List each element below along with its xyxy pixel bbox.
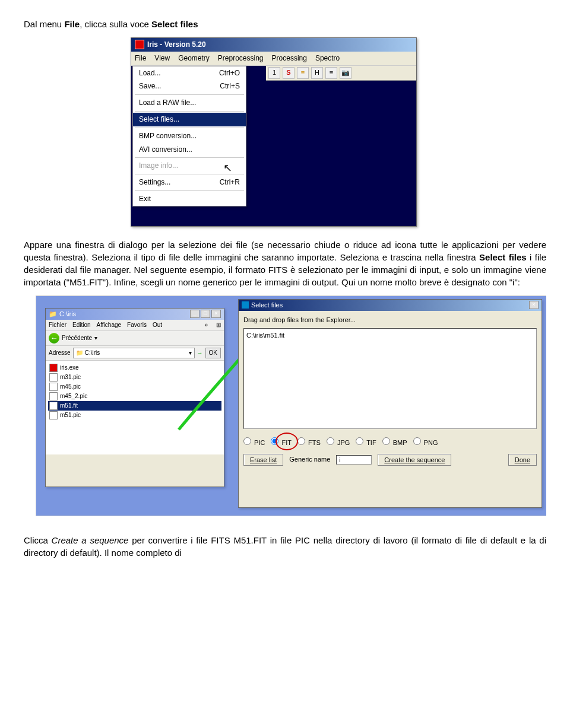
file-dropdown[interactable]: Load...Ctrl+O Save...Ctrl+S Load a RAW f… <box>132 66 246 206</box>
radio-jpg[interactable]: JPG <box>327 437 350 447</box>
toolbar-btn-s[interactable]: S <box>283 67 294 79</box>
addr-value: C:\iris <box>85 349 100 357</box>
minimize-icon[interactable]: _ <box>190 310 200 318</box>
window-icon <box>242 301 249 309</box>
drag-hint: Drag and drop files from the Explorer... <box>243 316 537 325</box>
file-item-selected[interactable]: m51.fit <box>48 401 221 411</box>
dropped-file: C:\iris\m51.fit <box>246 332 284 339</box>
explorer-menubar[interactable]: Fichier Edition Affichage Favoris Out » … <box>46 320 224 331</box>
menu-view[interactable]: View <box>154 53 170 63</box>
em-affichage[interactable]: Affichage <box>97 321 122 329</box>
button-row: Erase list Generic name Create the seque… <box>243 454 537 466</box>
dd-bmp-conversion[interactable]: BMP conversion... <box>133 129 246 143</box>
em-favoris[interactable]: Favoris <box>127 321 147 329</box>
toolbar-btn-h[interactable]: H <box>311 67 323 79</box>
erase-list-button[interactable]: Erase list <box>243 454 283 466</box>
done-button[interactable]: Done <box>508 454 537 466</box>
windows-logo-icon: ⊞ <box>216 321 221 329</box>
menu-processing[interactable]: Processing <box>272 53 307 63</box>
dd-load-raw[interactable]: Load a RAW file... <box>133 96 246 110</box>
iris-menubar[interactable]: File View Geometry Preprocessing Process… <box>131 52 416 66</box>
radio-bmp[interactable]: BMP <box>382 437 407 447</box>
em-fichier[interactable]: Fichier <box>49 321 66 329</box>
generic-name-label: Generic name <box>289 455 330 464</box>
file-item[interactable]: iris.exe <box>48 363 221 373</box>
dd-sep <box>135 190 244 191</box>
dd-sep <box>135 157 244 158</box>
file-list: iris.exe m31.pic m45.pic m45_2.pic m51.f… <box>46 361 224 454</box>
file-item[interactable]: m45.pic <box>48 382 221 392</box>
em-more[interactable]: » <box>204 321 208 329</box>
pic-icon <box>49 373 58 382</box>
dd-load[interactable]: Load...Ctrl+O <box>133 66 246 80</box>
back-icon[interactable]: ← <box>49 333 59 344</box>
iris-titlebar: Iris - Version 5.20 <box>131 38 416 52</box>
explorer-address-bar: Adresse 📁 C:\iris ▾ → OK <box>46 346 224 361</box>
pic-icon <box>49 383 58 391</box>
select-files-title: Select files <box>251 301 283 310</box>
iris-content: 1 S ≡ H ≡ 📷 Load...Ctrl+O Save...Ctrl+S … <box>131 66 416 226</box>
format-radio-row: PIC FIT FTS JPG TIF BMP PNG <box>243 437 537 447</box>
dd-settings[interactable]: Settings...Ctrl+R <box>133 176 246 189</box>
create-sequence-button[interactable]: Create the sequence <box>378 454 451 466</box>
dd-sep <box>135 128 244 128</box>
folder-icon: 📁 <box>76 349 83 357</box>
toolbar-btn-list[interactable]: ≡ <box>297 67 309 79</box>
toolbar-btn-camera-icon[interactable]: 📷 <box>340 67 352 79</box>
go-icon[interactable]: → <box>197 349 203 357</box>
close-icon[interactable]: × <box>529 301 539 309</box>
radio-tif[interactable]: TIF <box>356 437 376 447</box>
dropdown-icon[interactable]: ▾ <box>189 349 192 357</box>
iris-title: Iris - Version 5.20 <box>147 40 206 50</box>
addr-field[interactable]: 📁 C:\iris ▾ <box>73 348 195 358</box>
exe-icon <box>49 364 58 372</box>
dd-sep <box>135 111 244 112</box>
back-label[interactable]: Précédente <box>62 334 92 342</box>
iris-toolbar: 1 S ≡ H ≡ 📷 <box>266 66 416 81</box>
toolbar-btn-1[interactable]: 1 <box>268 67 280 79</box>
em-edition[interactable]: Edition <box>72 321 91 329</box>
para-1: Dal menu File, clicca sulla voce Select … <box>24 18 546 30</box>
file-item[interactable]: m31.pic <box>48 373 221 382</box>
menu-file[interactable]: File <box>135 53 146 63</box>
para-3: Clicca Create a sequence per convertire … <box>24 534 546 559</box>
iris-app-icon <box>135 40 144 49</box>
close-icon[interactable]: × <box>211 310 221 318</box>
radio-fts[interactable]: FTS <box>297 437 321 447</box>
dd-save[interactable]: Save...Ctrl+S <box>133 80 246 93</box>
dd-select-files[interactable]: Select files... <box>133 113 246 126</box>
addr-label: Adresse <box>49 349 71 357</box>
pic-icon <box>49 392 58 400</box>
menu-spectro[interactable]: Spectro <box>315 53 340 63</box>
menu-geometry[interactable]: Geometry <box>178 53 210 63</box>
dd-exit[interactable]: Exit <box>133 192 246 206</box>
explorer-window: 📁 C:\iris _ □ × Fichier Edition Affichag… <box>45 308 224 487</box>
explorer-title-text: C:\iris <box>59 310 76 319</box>
toolbar-btn-lines[interactable]: ≡ <box>325 67 337 79</box>
dd-avi-conversion[interactable]: AVI conversion... <box>133 143 246 157</box>
select-files-body: Drag and drop files from the Explorer...… <box>239 311 542 471</box>
para-2: Appare una finestra di dialogo per la se… <box>24 239 546 288</box>
explorer-nav: ← Précédente ▾ <box>46 331 224 346</box>
iris-window: Iris - Version 5.20 File View Geometry P… <box>131 37 417 227</box>
composite-area: 📁 C:\iris _ □ × Fichier Edition Affichag… <box>36 295 546 516</box>
em-out[interactable]: Out <box>153 321 162 329</box>
select-files-window: Select files × Drag and drop files from … <box>238 299 542 508</box>
ok-button[interactable]: OK <box>205 348 221 358</box>
radio-fit[interactable]: FIT <box>271 437 292 447</box>
select-files-titlebar: Select files × <box>239 300 542 311</box>
radio-pic[interactable]: PIC <box>243 437 265 447</box>
explorer-titlebar: 📁 C:\iris _ □ × <box>46 309 224 320</box>
file-item[interactable]: m51.pic <box>48 411 221 420</box>
radio-png[interactable]: PNG <box>413 437 438 447</box>
cursor-icon: ↖ <box>223 161 232 176</box>
drop-area[interactable]: C:\iris\m51.fit <box>243 328 537 429</box>
pic-icon <box>49 411 58 419</box>
maximize-icon[interactable]: □ <box>201 310 210 318</box>
generic-name-input[interactable] <box>336 455 372 465</box>
dropdown-icon[interactable]: ▾ <box>94 334 97 342</box>
folder-icon: 📁 <box>49 310 57 319</box>
menu-preprocessing[interactable]: Preprocessing <box>218 53 264 63</box>
fit-icon <box>49 402 58 410</box>
file-item[interactable]: m45_2.pic <box>48 392 221 401</box>
